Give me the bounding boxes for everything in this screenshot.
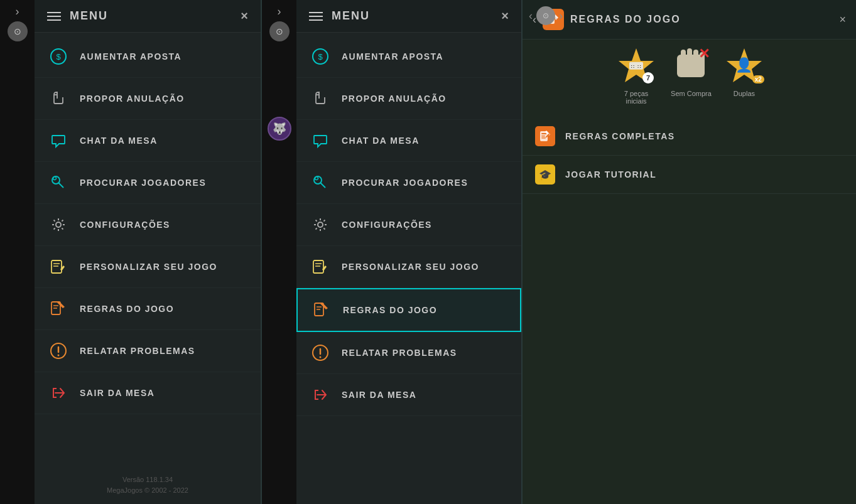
menu-item-icon-configuracoes xyxy=(309,213,332,236)
svg-rect-39 xyxy=(693,50,698,63)
panel-2: › ⊙ 🐺 MENU × $AUMENTAR APOSTAPROPOR ANUL… xyxy=(261,0,521,504)
menu-close-2[interactable]: × xyxy=(501,9,509,23)
menu-item-icon-regras-do-jogo xyxy=(310,299,333,321)
menu-item-icon-sair-da-mesa xyxy=(47,382,70,404)
regras-completas-icon xyxy=(535,126,555,146)
menu-item-label-configuracoes: CONFIGURAÇÕES xyxy=(80,220,170,230)
menu-item-label-chat-da-mesa: CHAT DA MESA xyxy=(80,136,158,146)
menu-item-propor-anulacao[interactable]: PROPOR ANULAÇÃO xyxy=(296,78,521,120)
panel-1: › ⊙ MENU × $AUMENTAR APOSTAPROPOR ANULAÇ… xyxy=(0,0,261,504)
menu-footer-1: Versão 118.1.34 MegaJogos © 2002 - 2022 xyxy=(35,467,261,504)
menu-item-icon-relatar-problemas xyxy=(309,341,332,364)
left-edge-1: › ⊙ xyxy=(0,0,35,504)
edge-arrow-left-1[interactable]: › xyxy=(16,5,19,18)
svg-point-15 xyxy=(58,355,60,357)
badge-sem-compra: ✕ Sem Compra xyxy=(671,46,712,105)
menu-item-label-regras-do-jogo: REGRAS DO JOGO xyxy=(80,304,174,314)
coin-icon: ⊙ xyxy=(536,6,555,25)
domino-icon-inner: :: :: xyxy=(629,62,643,70)
menu-header-2: MENU × xyxy=(296,0,521,33)
x-mark: ✕ xyxy=(698,47,710,61)
hamburger-menu-2[interactable] xyxy=(309,12,323,21)
menu-item-aumentar-aposta[interactable]: $AUMENTAR APOSTA xyxy=(296,36,521,78)
menu-close-1[interactable]: × xyxy=(241,9,248,23)
menu-item-regras-do-jogo[interactable]: REGRAS DO JOGO xyxy=(296,288,521,332)
copyright-text-1: MegaJogos © 2002 - 2022 xyxy=(47,485,248,496)
jogar-tutorial-label: JOGAR TUTORIAL xyxy=(565,169,656,180)
svg-text:$: $ xyxy=(56,52,61,62)
svg-text:$: $ xyxy=(318,52,323,62)
svg-rect-38 xyxy=(687,48,692,63)
menu-item-chat-da-mesa[interactable]: CHAT DA MESA xyxy=(296,120,521,162)
panel-3: 0 🐺 🧙 ‹ ⊙ › ‹ xyxy=(521,0,856,504)
menu-item-icon-procurar-jogadores xyxy=(47,171,70,194)
menu-title-2: MENU xyxy=(332,9,501,23)
menu-item-label-personalizar-jogo: PERSONALIZAR SEU JOGO xyxy=(80,262,217,272)
svg-point-5 xyxy=(53,177,57,180)
edge-arrow-left-2[interactable]: › xyxy=(278,5,281,18)
svg-rect-7 xyxy=(51,260,62,273)
top-back-arrow[interactable]: ‹ xyxy=(529,9,533,23)
menu-item-sair-da-mesa[interactable]: SAIR DA MESA xyxy=(35,372,261,414)
edge-coin-2: ⊙ xyxy=(269,21,290,41)
menu-item-relatar-problemas[interactable]: RELATAR PROBLEMAS xyxy=(35,330,261,372)
person-icon: 👤 xyxy=(735,57,752,73)
menu-item-regras-do-jogo[interactable]: REGRAS DO JOGO xyxy=(35,288,261,330)
menu-item-icon-propor-anulacao xyxy=(47,87,70,110)
svg-rect-44 xyxy=(541,136,545,137)
svg-rect-23 xyxy=(313,260,323,273)
menu-title-1: MENU xyxy=(70,9,241,23)
svg-rect-43 xyxy=(541,133,546,134)
menu-item-label-procurar-jogadores: PROCURAR JOGADORES xyxy=(342,178,468,188)
menu-item-propor-anulacao[interactable]: PROPOR ANULAÇÃO xyxy=(35,78,261,120)
svg-rect-37 xyxy=(681,50,686,63)
badge-sem-compra-label: Sem Compra xyxy=(671,90,712,97)
menu-items-list-2: $AUMENTAR APOSTAPROPOR ANULAÇÃOCHAT DA M… xyxy=(296,33,521,504)
menu-panel-2: MENU × $AUMENTAR APOSTAPROPOR ANULAÇÃOCH… xyxy=(296,0,521,504)
menu-item-sair-da-mesa[interactable]: SAIR DA MESA xyxy=(296,374,521,416)
menu-item-icon-personalizar-jogo xyxy=(309,255,332,278)
menu-item-icon-relatar-problemas xyxy=(47,340,70,362)
menu-item-label-sair-da-mesa: SAIR DA MESA xyxy=(342,390,416,400)
rules-panel-content: ‹ REGRAS DO JOGO × xyxy=(523,0,856,504)
menu-item-procurar-jogadores[interactable]: PROCURAR JOGADORES xyxy=(296,162,521,204)
menu-item-icon-regras-do-jogo xyxy=(47,298,70,320)
menu-item-label-propor-anulacao: PROPOR ANULAÇÃO xyxy=(342,94,447,104)
hamburger-menu-1[interactable] xyxy=(47,12,61,21)
regras-completas-item[interactable]: REGRAS COMPLETAS xyxy=(523,117,856,156)
menu-item-label-relatar-problemas: RELATAR PROBLEMAS xyxy=(342,348,457,358)
menu-item-icon-propor-anulacao xyxy=(309,87,332,110)
menu-item-icon-personalizar-jogo xyxy=(47,255,70,278)
menu-item-configuracoes[interactable]: CONFIGURAÇÕES xyxy=(296,204,521,246)
badge-duplas: 👤 x2 Duplas xyxy=(724,46,764,105)
top-forward-arrow[interactable]: › xyxy=(559,9,563,23)
menu-item-label-configuracoes: CONFIGURAÇÕES xyxy=(342,220,432,230)
badge-sem-compra-icon: ✕ xyxy=(671,46,711,86)
menu-item-relatar-problemas[interactable]: RELATAR PROBLEMAS xyxy=(296,332,521,374)
badge-number-7: 7 xyxy=(642,72,654,83)
menu-header-1: MENU × xyxy=(35,0,261,33)
menu-item-personalizar-jogo[interactable]: PERSONALIZAR SEU JOGO xyxy=(296,246,521,288)
svg-point-21 xyxy=(315,177,318,180)
jogar-tutorial-item[interactable]: 🎓 JOGAR TUTORIAL xyxy=(523,156,856,194)
menu-item-icon-chat-da-mesa xyxy=(309,129,332,152)
svg-line-4 xyxy=(59,183,64,188)
menu-item-label-propor-anulacao: PROPOR ANULAÇÃO xyxy=(80,94,185,104)
menu-item-configuracoes[interactable]: CONFIGURAÇÕES xyxy=(35,204,261,246)
menu-item-icon-procurar-jogadores xyxy=(309,171,332,194)
menu-item-label-personalizar-jogo: PERSONALIZAR SEU JOGO xyxy=(342,262,479,272)
badge-duplas-label: Duplas xyxy=(734,90,755,97)
menu-item-label-procurar-jogadores: PROCURAR JOGADORES xyxy=(80,178,206,188)
menu-item-aumentar-aposta[interactable]: $AUMENTAR APOSTA xyxy=(35,36,261,78)
menu-item-personalizar-jogo[interactable]: PERSONALIZAR SEU JOGO xyxy=(35,246,261,288)
menu-item-procurar-jogadores[interactable]: PROCURAR JOGADORES xyxy=(35,162,261,204)
menu-item-chat-da-mesa[interactable]: CHAT DA MESA xyxy=(35,120,261,162)
badge-7-pecas: :: :: 7 7 peças iniciais xyxy=(614,46,658,105)
svg-point-22 xyxy=(318,222,323,227)
version-text-1: Versão 118.1.34 xyxy=(47,475,248,486)
tutorial-icon: 🎓 xyxy=(535,164,555,185)
menu-item-label-aumentar-aposta: AUMENTAR APOSTA xyxy=(342,51,443,62)
svg-rect-45 xyxy=(541,137,546,139)
menu-item-label-relatar-problemas: RELATAR PROBLEMAS xyxy=(80,346,195,356)
svg-line-20 xyxy=(321,183,326,188)
